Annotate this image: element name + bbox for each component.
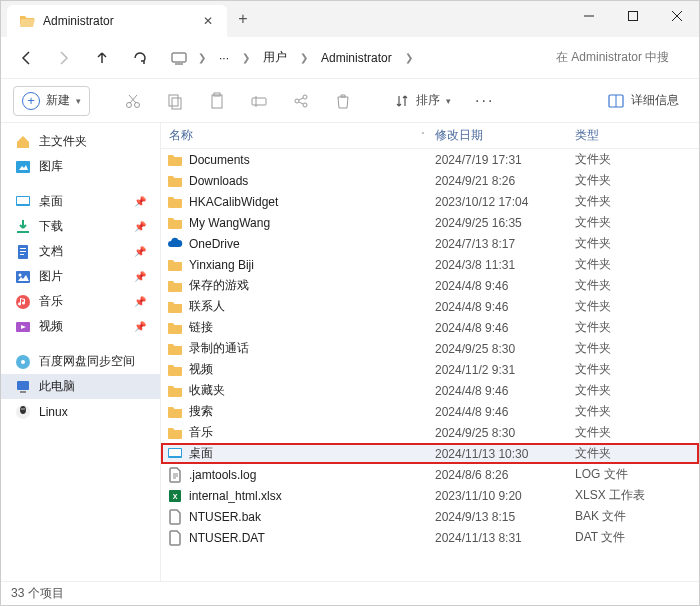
file-name: Documents [189,153,250,167]
file-row[interactable]: 桌面2024/11/13 10:30文件夹 [161,443,699,464]
rename-icon[interactable] [242,84,276,118]
sort-button[interactable]: 排序 ▾ [386,86,459,116]
file-type: 文件夹 [575,403,693,420]
pc-icon [15,379,31,395]
chevron-down-icon: ▾ [76,96,81,106]
file-row[interactable]: 视频2024/11/2 9:31文件夹 [161,359,699,380]
file-date: 2024/8/6 8:26 [435,468,575,482]
share-icon[interactable] [284,84,318,118]
new-tab-button[interactable]: + [227,3,259,35]
file-row[interactable]: NTUSER.bak2024/9/13 8:15BAK 文件 [161,506,699,527]
file-row[interactable]: .jamtools.log2024/8/6 8:26LOG 文件 [161,464,699,485]
log-icon [167,467,183,483]
sidebar-item[interactable]: 文档📌 [1,239,160,264]
file-row[interactable]: 录制的通话2024/9/25 8:30文件夹 [161,338,699,359]
back-button[interactable] [9,41,43,75]
sidebar-item[interactable]: 百度网盘同步空间 [1,349,160,374]
title-bar: Administrator ✕ + [1,1,699,37]
svg-rect-33 [212,95,222,108]
file-type: 文件夹 [575,151,693,168]
sidebar-item[interactable]: 视频📌 [1,314,160,339]
file-row[interactable]: 搜索2024/4/8 9:46文件夹 [161,401,699,422]
breadcrumb-overflow[interactable]: ··· [215,49,233,67]
chevron-right-icon[interactable]: ❯ [402,52,416,63]
file-row[interactable]: NTUSER.DAT2024/11/13 8:31DAT 文件 [161,527,699,548]
column-headers: 名称˄ 修改日期 类型 [161,123,699,149]
file-type: DAT 文件 [575,529,693,546]
file-row[interactable]: 保存的游戏2024/4/8 9:46文件夹 [161,275,699,296]
file-list[interactable]: Documents2024/7/19 17:31文件夹Downloads2024… [161,149,699,581]
maximize-button[interactable] [611,1,655,31]
file-name: 桌面 [189,445,213,462]
window-tab[interactable]: Administrator ✕ [7,5,227,37]
sidebar-item[interactable]: 图片📌 [1,264,160,289]
chevron-right-icon[interactable]: ❯ [297,52,311,63]
more-button[interactable]: ··· [467,86,502,116]
breadcrumb-item[interactable]: Administrator [317,49,396,67]
column-type[interactable]: 类型 [575,127,691,144]
file-row[interactable]: My WangWang2024/9/25 16:35文件夹 [161,212,699,233]
folder-icon [167,257,183,273]
sidebar-item-label: 图片 [39,268,126,285]
forward-button[interactable] [47,41,81,75]
chevron-right-icon[interactable]: ❯ [239,52,253,63]
cut-icon[interactable] [116,84,150,118]
new-button[interactable]: + 新建 ▾ [13,86,90,116]
folder-icon [167,299,183,315]
details-button[interactable]: 详细信息 [599,86,687,116]
file-row[interactable]: Documents2024/7/19 17:31文件夹 [161,149,699,170]
sidebar-item[interactable]: 音乐📌 [1,289,160,314]
file-row[interactable]: 收藏夹2024/4/8 9:46文件夹 [161,380,699,401]
refresh-button[interactable] [123,41,157,75]
file-row[interactable]: Yinxiang Biji2024/3/8 11:31文件夹 [161,254,699,275]
download-icon [15,219,31,235]
sidebar-item-label: 文档 [39,243,126,260]
svg-rect-22 [629,12,638,21]
file-row[interactable]: OneDrive2024/7/13 8:17文件夹 [161,233,699,254]
file-row[interactable]: HKACalibWidget2023/10/12 17:04文件夹 [161,191,699,212]
desktop-icon [15,194,31,210]
file-row[interactable]: 链接2024/4/8 9:46文件夹 [161,317,699,338]
copy-icon[interactable] [158,84,192,118]
item-count: 33 个项目 [11,585,64,602]
folder-icon [167,278,183,294]
paste-icon[interactable] [200,84,234,118]
pc-icon [169,48,189,68]
column-name[interactable]: 名称˄ [169,127,435,144]
svg-point-39 [303,103,307,107]
breadcrumb[interactable]: ❯ ··· ❯ 用户 ❯ Administrator ❯ [161,47,552,68]
svg-rect-35 [252,98,266,105]
sidebar-item[interactable]: 桌面📌 [1,189,160,214]
sidebar-item-label: 此电脑 [39,378,146,395]
breadcrumb-item[interactable]: 用户 [259,47,291,68]
svg-rect-32 [172,98,181,109]
cloud-icon [167,236,183,252]
file-type: 文件夹 [575,361,693,378]
delete-icon[interactable] [326,84,360,118]
svg-rect-25 [172,53,186,62]
file-row[interactable]: Downloads2024/9/21 8:26文件夹 [161,170,699,191]
chevron-right-icon[interactable]: ❯ [195,52,209,63]
sidebar-item[interactable]: 此电脑 [1,374,160,399]
file-type: BAK 文件 [575,508,693,525]
file-row[interactable]: internal_html.xlsx2023/11/10 9:20XLSX 工作… [161,485,699,506]
sidebar-item[interactable]: 图库 [1,154,160,179]
file-name: My WangWang [189,216,270,230]
sidebar-item[interactable]: Linux [1,399,160,424]
column-date[interactable]: 修改日期 [435,127,575,144]
sidebar-item[interactable]: 下载📌 [1,214,160,239]
folder-icon [167,362,183,378]
file-row[interactable]: 音乐2024/9/25 8:30文件夹 [161,422,699,443]
close-button[interactable] [655,1,699,31]
file-name: NTUSER.bak [189,510,261,524]
file-date: 2024/9/25 8:30 [435,342,575,356]
minimize-button[interactable] [567,1,611,31]
search-input[interactable]: 在 Administrator 中搜 [556,49,691,66]
up-button[interactable] [85,41,119,75]
file-type: 文件夹 [575,193,693,210]
tab-title: Administrator [43,14,193,28]
file-row[interactable]: 联系人2024/4/8 9:46文件夹 [161,296,699,317]
disk-icon [15,354,31,370]
close-tab-icon[interactable]: ✕ [201,14,215,28]
sidebar-item[interactable]: 主文件夹 [1,129,160,154]
